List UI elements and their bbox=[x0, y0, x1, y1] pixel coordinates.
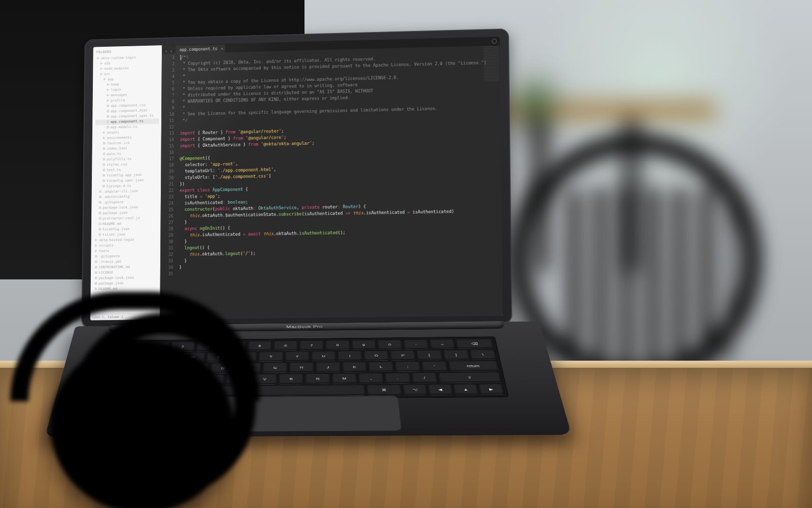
line-number: 18 bbox=[161, 162, 174, 169]
key[interactable]: K bbox=[342, 362, 366, 372]
line-number: 2 bbox=[162, 61, 175, 68]
line-gutter: 1234567891011121314151617181920212223242… bbox=[160, 53, 178, 319]
line-number: 5 bbox=[162, 80, 175, 86]
tab-overflow-icon[interactable] bbox=[492, 39, 497, 44]
laptop-lid: FOLDERS okta-custom-logine2enode_modules… bbox=[81, 28, 512, 328]
line-number: 20 bbox=[161, 175, 174, 181]
line-number: 19 bbox=[161, 169, 174, 175]
key[interactable]: ◀ bbox=[428, 385, 453, 395]
line-number: 27 bbox=[161, 219, 174, 226]
line-number: 34 bbox=[160, 264, 173, 271]
key[interactable]: ⌫ bbox=[456, 339, 493, 348]
key[interactable]: [ bbox=[417, 351, 442, 360]
line-number: 31 bbox=[160, 245, 173, 251]
line-number: 25 bbox=[161, 207, 174, 213]
key[interactable]: . bbox=[385, 373, 410, 384]
line-number: 15 bbox=[161, 143, 174, 150]
key[interactable]: O bbox=[364, 351, 389, 361]
line-number: 32 bbox=[160, 251, 173, 258]
line-number: 35 bbox=[160, 271, 173, 277]
tab-title: app.component.ts bbox=[180, 46, 218, 53]
line-number: 4 bbox=[162, 74, 175, 80]
key[interactable]: 8 bbox=[326, 340, 350, 350]
line-number: 13 bbox=[161, 131, 174, 137]
key[interactable]: J bbox=[316, 362, 340, 372]
line-number: 9 bbox=[161, 105, 174, 112]
line-number: 28 bbox=[160, 226, 173, 233]
line-number: 11 bbox=[161, 118, 174, 124]
photo-scene: FOLDERS okta-custom-logine2enode_modules… bbox=[0, 0, 812, 508]
key[interactable]: = bbox=[430, 339, 455, 348]
key[interactable]: P bbox=[390, 351, 415, 360]
line-number: 12 bbox=[161, 124, 174, 131]
screen: FOLDERS okta-custom-logine2enode_modules… bbox=[90, 37, 503, 320]
code-area[interactable]: 1234567891011121314151617181920212223242… bbox=[160, 45, 503, 320]
file-tree-sidebar[interactable]: FOLDERS okta-custom-logine2enode_modules… bbox=[90, 45, 162, 320]
line-number: 24 bbox=[161, 200, 174, 207]
line-number: 14 bbox=[161, 137, 174, 143]
line-number: 17 bbox=[161, 156, 174, 163]
line-number: 10 bbox=[161, 111, 174, 118]
key[interactable]: 0 bbox=[378, 340, 402, 349]
key[interactable]: , bbox=[359, 373, 384, 384]
line-number: 3 bbox=[162, 67, 175, 74]
key[interactable]: \ bbox=[470, 350, 496, 360]
line-number: 26 bbox=[161, 213, 174, 219]
line-number: 1 bbox=[162, 55, 175, 61]
key[interactable]: ; bbox=[395, 362, 421, 371]
line-number: 30 bbox=[160, 239, 173, 245]
key[interactable]: ▶ bbox=[479, 384, 504, 394]
key[interactable]: ' bbox=[422, 362, 447, 371]
headphones bbox=[0, 284, 315, 508]
key[interactable]: ] bbox=[443, 350, 469, 360]
line-number: 8 bbox=[161, 99, 174, 105]
line-number: 23 bbox=[161, 194, 174, 201]
key[interactable]: U bbox=[312, 352, 335, 361]
line-number: 21 bbox=[161, 181, 174, 188]
key[interactable]: ⇧ bbox=[438, 372, 501, 383]
key[interactable]: ⌘ bbox=[367, 385, 401, 395]
nav-forward-icon[interactable]: › bbox=[170, 49, 173, 54]
line-number: 6 bbox=[161, 86, 174, 92]
line-number: 7 bbox=[161, 92, 174, 99]
key[interactable]: ▲ bbox=[454, 384, 478, 394]
code-lines[interactable]: /*! * Copyright (c) 2018, Okta, Inc. and… bbox=[176, 45, 503, 319]
line-number: 33 bbox=[160, 258, 173, 265]
key[interactable]: return bbox=[448, 361, 498, 371]
key[interactable]: / bbox=[412, 373, 437, 383]
line-number: 16 bbox=[161, 149, 174, 156]
key[interactable]: 9 bbox=[352, 340, 376, 350]
key[interactable]: ⌥ bbox=[403, 385, 427, 395]
nav-back-icon[interactable]: ‹ bbox=[165, 49, 168, 54]
line-number: 29 bbox=[160, 232, 173, 239]
key[interactable]: M bbox=[332, 373, 357, 384]
key[interactable]: L bbox=[368, 362, 393, 371]
tab-close-icon[interactable]: × bbox=[221, 46, 223, 52]
line-number: 22 bbox=[161, 187, 174, 194]
key[interactable]: - bbox=[403, 340, 428, 349]
key[interactable]: I bbox=[338, 351, 362, 361]
code-editor[interactable]: ‹ › app.component.ts × 12345678910111213… bbox=[160, 37, 503, 320]
